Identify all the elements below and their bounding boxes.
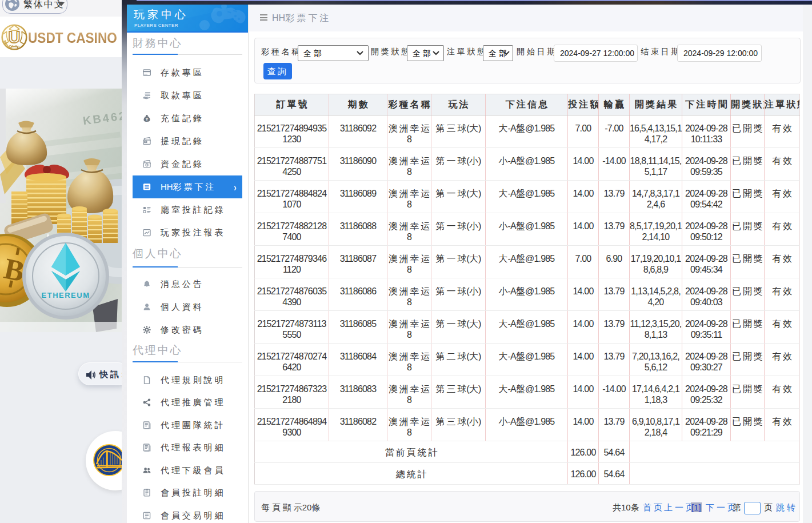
svg-text:ETHEREUM: ETHEREUM [42, 291, 90, 300]
svg-text:U: U [9, 28, 21, 46]
svg-text:Y: Y [145, 117, 148, 122]
svg-text:Casino: Casino [9, 45, 20, 48]
